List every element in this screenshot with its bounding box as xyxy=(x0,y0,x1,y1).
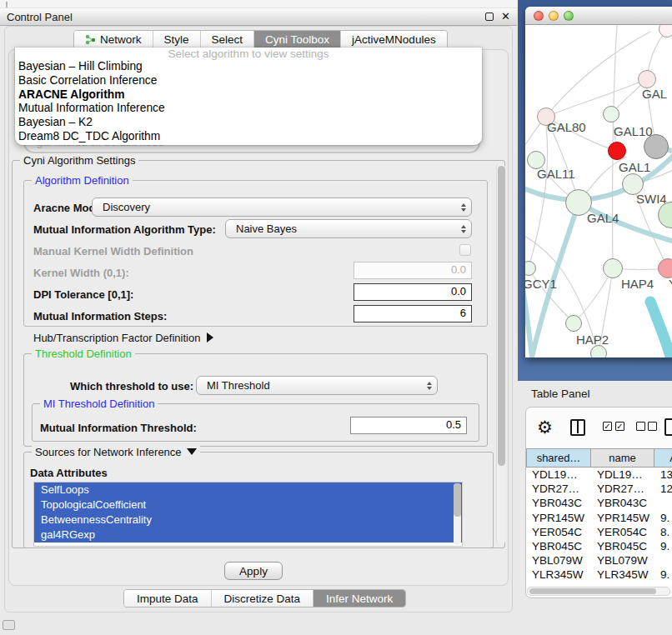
screen: Control Panel ✕ NetworkStyleSelectCyni T… xyxy=(0,0,672,635)
which-threshold-combo[interactable]: MI Threshold xyxy=(196,376,438,395)
minimize-window-icon[interactable] xyxy=(549,11,559,21)
table-row[interactable]: YIL052CYIL052C9. xyxy=(526,582,672,587)
close-window-icon[interactable] xyxy=(534,11,544,21)
table-hscrollbar-thumb[interactable] xyxy=(529,588,656,594)
bottom-tab-infer-network[interactable]: Infer Network xyxy=(313,590,405,607)
control-panel-title: Control Panel xyxy=(7,11,73,23)
kernel-width-field[interactable]: 0.0 xyxy=(354,262,472,279)
table-cell: YPR145W xyxy=(526,511,591,525)
mi-threshold-label: Mutual Information Threshold: xyxy=(40,422,197,434)
split-columns-icon[interactable] xyxy=(570,419,585,436)
node[interactable] xyxy=(644,134,669,159)
settings-scrollbar-thumb[interactable] xyxy=(498,166,505,466)
algorithm-item-mutual-information-inference[interactable]: Mutual Information Inference xyxy=(15,102,482,116)
collapsed-arrow-icon[interactable] xyxy=(207,332,213,342)
tab-label: Network xyxy=(100,33,142,46)
mi-threshold-field[interactable]: 0.5 xyxy=(350,417,467,434)
table-cell: 8. xyxy=(654,525,672,539)
expanded-arrow-icon[interactable] xyxy=(187,448,197,455)
bottom-tab-impute-data[interactable]: Impute Data xyxy=(124,590,212,607)
table-cell: YER054C xyxy=(591,525,654,539)
cyni-settings-title: Cyni Algorithm Settings xyxy=(20,154,138,167)
unchecked-box-icon[interactable] xyxy=(636,422,645,431)
attributes-scrollbar-thumb[interactable] xyxy=(454,483,461,517)
tab-cyni-toolbox[interactable]: Cyni Toolbox xyxy=(254,31,341,48)
algorithm-item-basic-correlation-inference[interactable]: Basic Correlation Inference xyxy=(15,74,482,88)
aracne-mode-combo[interactable]: Discovery xyxy=(92,198,472,217)
tab-network[interactable]: Network xyxy=(74,31,153,48)
apply-button[interactable]: Apply xyxy=(224,562,283,580)
node-hap2[interactable] xyxy=(565,315,582,332)
table-row[interactable]: YDR27…YDR27…12 xyxy=(526,482,672,496)
mi-steps-field[interactable]: 6 xyxy=(354,305,472,322)
unchecked-box-icon[interactable] xyxy=(648,422,657,431)
table-row[interactable]: YDL19…YDL19…13 xyxy=(526,468,672,482)
table-cell: 9. xyxy=(654,511,672,525)
table-header-row: shared…nameA xyxy=(526,448,672,468)
table-row[interactable]: YBR045CYBR045C9. xyxy=(526,539,672,553)
float-panel-icon[interactable] xyxy=(485,12,494,21)
settings-scrollbar[interactable] xyxy=(496,163,505,545)
hub-definition-toggle[interactable]: Hub/Transcription Factor Definition xyxy=(33,332,213,344)
node-y[interactable] xyxy=(658,258,672,278)
table-cell: YBR043C xyxy=(526,496,591,510)
table-cell: YPR145W xyxy=(591,511,654,525)
table-row[interactable]: YER054CYER054C8. xyxy=(526,525,672,539)
node-hap4[interactable] xyxy=(603,258,623,278)
algorithm-item-bayesian-hill-climbing[interactable]: Bayesian – Hill Climbing xyxy=(15,60,482,74)
table-row[interactable]: YLR345WYLR345W9. xyxy=(526,568,672,582)
tab-jactivemnodules[interactable]: jActiveMNodules xyxy=(341,31,447,48)
data-attributes-list: SelfLoopsTopologicalCoefficientBetweenne… xyxy=(33,482,463,547)
table-row[interactable]: YPR145WYPR145W9. xyxy=(526,511,672,525)
manual-kernel-checkbox[interactable] xyxy=(459,244,471,256)
algorithm-item-dream8-dc-tdc-algorithm[interactable]: Dream8 DC_TDC Algorithm xyxy=(15,130,482,144)
hub-definition-label: Hub/Transcription Factor Definition xyxy=(33,332,200,344)
tab-label: Cyni Toolbox xyxy=(265,33,329,46)
algorithm-dropdown-placeholder: Select algorithm to view settings xyxy=(15,48,482,60)
bottom-tab-discretize-data[interactable]: Discretize Data xyxy=(212,590,314,607)
table-row[interactable]: YBR043CYBR043C xyxy=(526,496,672,510)
table-cell: YBR045C xyxy=(591,539,654,553)
column-header-shared[interactable]: shared… xyxy=(526,448,591,468)
column-header-name[interactable]: name xyxy=(591,448,654,468)
minimized-panel-icon[interactable] xyxy=(3,620,15,630)
tab-label: Style xyxy=(164,33,189,46)
attribute-item-gal4rgexp[interactable]: gal4RGexp xyxy=(34,528,462,542)
table-hscrollbar[interactable] xyxy=(527,587,670,596)
aracne-mode-value: Discovery xyxy=(103,201,461,213)
tab-style[interactable]: Style xyxy=(153,31,201,48)
document-icon[interactable] xyxy=(664,418,672,436)
node[interactable] xyxy=(590,345,607,358)
table-cell: YDL19… xyxy=(526,468,591,482)
attribute-item-topologicalcoefficient[interactable]: TopologicalCoefficient xyxy=(34,498,462,512)
algorithm-definition-title: Algorithm Definition xyxy=(32,174,133,187)
attribute-item-selfloops[interactable]: SelfLoops xyxy=(34,482,462,498)
attributes-scrollbar[interactable] xyxy=(454,483,461,545)
sources-title[interactable]: Sources for Network Inference xyxy=(32,446,200,458)
close-panel-icon[interactable]: ✕ xyxy=(501,12,510,21)
mi-type-combo[interactable]: Naive Bayes xyxy=(225,219,472,238)
dpi-tolerance-label: DPI Tolerance [0,1]: xyxy=(33,288,133,301)
table-row[interactable]: YBL079WYBL079W xyxy=(526,553,672,568)
mi-steps-label: Mutual Information Steps: xyxy=(33,310,167,322)
node-label-hap2: HAP2 xyxy=(576,332,609,347)
table-cell: 9. xyxy=(654,568,672,582)
checked-box-icon[interactable]: ✓ xyxy=(615,422,624,431)
node-gal10[interactable] xyxy=(603,106,619,122)
node-gal[interactable] xyxy=(638,70,656,88)
attribute-item-betweennesscentrality[interactable]: BetweennessCentrality xyxy=(34,512,462,528)
algorithm-item-bayesian-k2[interactable]: Bayesian – K2 xyxy=(15,116,482,130)
zoom-window-icon[interactable] xyxy=(564,11,574,21)
tab-select[interactable]: Select xyxy=(201,31,255,48)
window-notch xyxy=(6,2,8,8)
node[interactable] xyxy=(608,142,626,160)
column-header-a[interactable]: A xyxy=(654,448,672,468)
checked-box-icon[interactable]: ✓ xyxy=(603,422,612,431)
node-label-gal11: GAL11 xyxy=(537,167,575,181)
network-canvas[interactable]: GALGAL80GAL10GAL1GAL11SWI4GAL4HAP4YGCY1H… xyxy=(525,25,672,358)
gear-icon[interactable]: ⚙ xyxy=(537,417,553,438)
which-threshold-value: MI Threshold xyxy=(207,379,427,392)
network-window-titlebar[interactable] xyxy=(525,7,672,25)
algorithm-item-aracne-algorithm[interactable]: ARACNE Algorithm xyxy=(15,88,482,102)
dpi-tolerance-field[interactable]: 0.0 xyxy=(354,283,472,301)
